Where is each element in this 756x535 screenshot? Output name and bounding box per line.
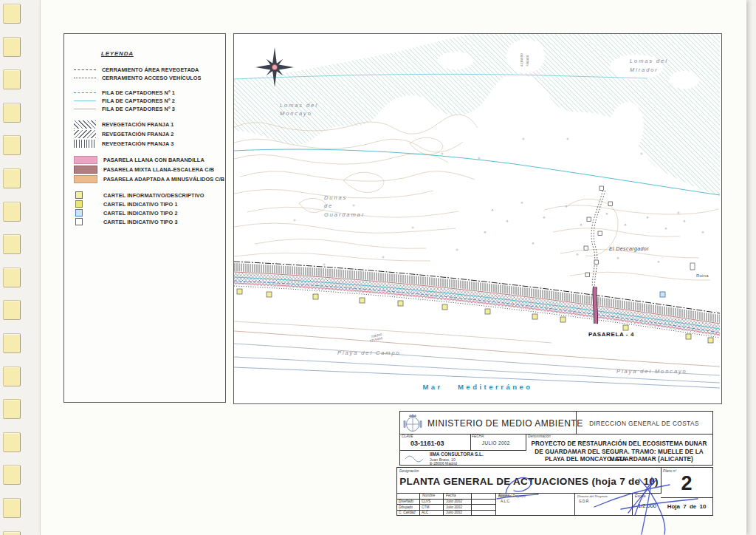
row-dibujado-fecha: Julio 2002 bbox=[446, 505, 462, 509]
row-dibujado-nombre: CTM bbox=[422, 505, 429, 509]
slash-hatch-symbol bbox=[74, 130, 96, 138]
autor-initials: A.L.C. bbox=[501, 500, 510, 503]
legend-item: REVEGETACIÓN FRANJA 2 bbox=[74, 130, 225, 138]
col-nombre-header: Nombre bbox=[422, 494, 435, 497]
legend-item-label: CARTEL INDICATIVO TIPO 2 bbox=[103, 210, 178, 217]
cyan-line-symbol bbox=[74, 100, 96, 101]
grid-coordinate-easting: 706300 bbox=[526, 55, 529, 67]
page: LEYENDA CERRAMIENTO ÁREA REVEGETADA CERR… bbox=[40, 0, 746, 535]
legend-item-label: FILA DE CAPTADORES Nº 1 bbox=[102, 89, 175, 96]
row-disenado-label: Diseñado bbox=[399, 500, 413, 503]
binder-hole bbox=[3, 135, 21, 155]
coastal-strip bbox=[234, 262, 720, 338]
label-dunas-3: Guardamar bbox=[324, 211, 365, 218]
binder-hole bbox=[3, 367, 21, 386]
label-ruina: Ruina bbox=[696, 273, 709, 278]
binder-holes bbox=[3, 4, 21, 535]
binder-hole bbox=[3, 465, 21, 485]
dashdot-line-symbol bbox=[74, 69, 96, 70]
project-title-line1: PROYECTO DE RESTAURACIÓN DEL ECOSISTEMA … bbox=[526, 440, 712, 448]
fecha-label: FECHA: bbox=[472, 435, 485, 438]
legend-item-label: FILA DE CAPTADORES Nº 3 bbox=[102, 106, 175, 112]
ministry-coat-of-arms-icon bbox=[403, 413, 422, 436]
denominacion-label: Denominación bbox=[528, 435, 551, 438]
legend-item-label: REVEGETACIÓN FRANJA 3 bbox=[102, 140, 173, 147]
legend-item: CERRAMIENTO ÁREA REVEGETADA bbox=[74, 67, 225, 73]
scanned-plan-sheet: LEYENDA CERRAMIENTO ÁREA REVEGETADA CERR… bbox=[0, 0, 756, 535]
ruina-building bbox=[690, 263, 695, 270]
row-dibujado-label: Dibujado bbox=[399, 505, 413, 509]
beach-contours bbox=[234, 331, 720, 388]
label-el-descargador: El Descargador bbox=[609, 246, 649, 252]
row-disenado-nombre: CLVS bbox=[422, 500, 430, 503]
binder-hole bbox=[3, 69, 21, 89]
label-pasarela-4: PASARELA - 4 bbox=[588, 331, 634, 338]
legend-item: CARTEL INDICATIVO TIPO 1 bbox=[74, 200, 225, 208]
legend-item-label: CERRAMIENTO ÁREA REVEGETADA bbox=[102, 67, 199, 73]
label-lomas-mirador: Lomas del bbox=[630, 58, 668, 64]
escala-value: 1/2.000 bbox=[633, 502, 662, 509]
director-initials: G.D.R. bbox=[579, 500, 590, 503]
tan-swatch-symbol bbox=[74, 175, 97, 183]
label-lomas-moncayo-2: Moncayo bbox=[280, 110, 312, 117]
consultora-address-2: E-28006 Madrid bbox=[430, 461, 457, 466]
pasarela-4 bbox=[594, 287, 596, 324]
project-title-line3: PLAYA DEL MONCAYO. GUARDAMAR (ALICANTE) bbox=[526, 456, 712, 463]
cartel-tipo2-square bbox=[660, 292, 665, 297]
hoja-number: Hoja 7 de 10 bbox=[661, 497, 712, 515]
row-calidad-nombre: ALC bbox=[422, 511, 428, 514]
clave-value: 03-1161-03 bbox=[410, 440, 444, 447]
legend-item-label: PASARELA ADAPTADA A MINUSVÁLIDOS C/B bbox=[103, 176, 224, 183]
escala-label: Escala bbox=[635, 494, 645, 498]
label-lomas-moncayo: Lomas del bbox=[280, 102, 318, 109]
legend-item-label: CARTEL INDICATIVO TIPO 3 bbox=[103, 219, 178, 225]
binder-hole bbox=[3, 37, 21, 57]
row-disenado-fecha: Julio 2002 bbox=[446, 500, 462, 503]
binder-hole bbox=[3, 202, 21, 222]
grid-coordinate-northing: 4216000 bbox=[520, 53, 523, 67]
label-dunas: Dunas bbox=[324, 194, 347, 201]
legend: LEYENDA CERRAMIENTO ÁREA REVEGETADA CERR… bbox=[63, 33, 226, 403]
map: Lomas del Moncayo Lomas del Mirador Duna… bbox=[233, 33, 722, 404]
consultora-name: IIMA CONSULTORA S.L. bbox=[430, 451, 484, 457]
sheet-title: PLANTA GENERAL DE ACTUACIONES (hoja 7 de… bbox=[397, 476, 661, 487]
binder-hole bbox=[3, 268, 21, 287]
binder-hole bbox=[3, 4, 21, 24]
binder-hole bbox=[3, 234, 21, 254]
legend-item: CERRAMIENTO ACCESO VEHÍCULOS bbox=[74, 75, 225, 81]
pink-swatch-symbol bbox=[74, 156, 97, 164]
legend-item: PASARELA ADAPTADA A MINUSVÁLIDOS C/B bbox=[74, 175, 225, 183]
clave-label: CLAVE bbox=[402, 435, 413, 438]
legend-item: CARTEL INDICATIVO TIPO 3 bbox=[74, 218, 225, 225]
title-block-main: Designación PLANTA GENERAL DE ACTUACIONE… bbox=[396, 467, 713, 516]
binder-hole bbox=[3, 498, 21, 518]
consultora-wave-logo-icon bbox=[405, 452, 424, 466]
legend-item: FILA DE CAPTADORES Nº 2 bbox=[74, 98, 225, 104]
direction-title: DIRECCION GENERAL DE COSTAS bbox=[576, 420, 712, 427]
binder-hole bbox=[3, 531, 21, 535]
binder-hole bbox=[3, 300, 21, 320]
yellow-square-symbol bbox=[75, 191, 83, 199]
legend-item-label: REVEGETACIÓN FRANJA 2 bbox=[102, 131, 173, 137]
legend-item: CARTEL INDICATIVO TIPO 2 bbox=[74, 209, 225, 217]
label-playa-del-moncayo: Playa del Moncayo bbox=[616, 368, 687, 375]
legend-item: PASARELA LLANA CON BARANDILLA bbox=[74, 156, 225, 164]
binder-hole bbox=[3, 333, 21, 353]
binder-hole bbox=[3, 399, 21, 419]
legend-item-label: CARTEL INDICATIVO TIPO 1 bbox=[103, 201, 178, 208]
autor-label: Autor del Proyecto bbox=[498, 494, 526, 498]
point-coordinate: 706300 4215000 bbox=[368, 333, 383, 343]
binder-hole bbox=[3, 432, 21, 452]
legend-item: FILA DE CAPTADORES Nº 1 bbox=[74, 89, 225, 96]
legend-item-label: REVEGETACIÓN FRANJA 1 bbox=[102, 121, 173, 128]
legend-item: REVEGETACIÓN FRANJA 3 bbox=[74, 140, 225, 148]
blue-square-symbol bbox=[75, 209, 83, 217]
director-label: Director del Proyecto bbox=[577, 494, 608, 498]
white-square-symbol bbox=[75, 218, 83, 225]
legend-item: PASARELA MIXTA LLANA-ESCALERA C/B bbox=[74, 166, 225, 174]
label-playa-del-campo: Playa del Campo bbox=[337, 350, 401, 356]
legend-item-label: PASARELA MIXTA LLANA-ESCALERA C/B bbox=[103, 166, 214, 173]
vertical-hatch-symbol bbox=[74, 140, 96, 148]
legend-item-label: PASARELA LLANA CON BARANDILLA bbox=[103, 157, 205, 163]
legend-title: LEYENDA bbox=[101, 50, 225, 57]
